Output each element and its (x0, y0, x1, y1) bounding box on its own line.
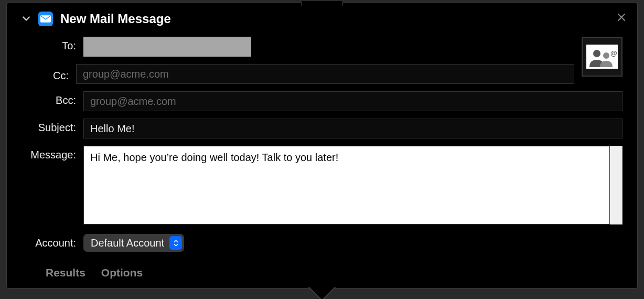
label-to: To: (22, 37, 83, 52)
form: To: Cc: (7, 31, 637, 252)
mail-app-icon (38, 12, 53, 26)
chevron-down-icon (23, 15, 30, 23)
footer: Results Options (7, 259, 637, 286)
label-bcc: Bcc: (22, 91, 83, 106)
bcc-input[interactable] (83, 91, 622, 111)
panel-title: New Mail Message (60, 12, 171, 26)
address-book-button[interactable]: @ (582, 37, 622, 77)
close-icon (617, 13, 626, 22)
panel-header: New Mail Message (7, 3, 637, 31)
connector-top (301, 1, 343, 6)
cc-input[interactable] (76, 64, 574, 84)
label-message: Message: (22, 146, 83, 161)
to-input[interactable] (83, 37, 230, 57)
row-message: Message: (22, 146, 622, 225)
disclose-toggle[interactable] (22, 14, 31, 24)
close-button[interactable] (617, 13, 626, 23)
select-stepper-icon (169, 236, 182, 250)
subject-input[interactable] (83, 119, 622, 138)
label-cc: Cc: (14, 67, 76, 82)
to-field-wrap (83, 37, 574, 57)
account-selected: Default Account (91, 237, 169, 249)
row-bcc: Bcc: (22, 91, 622, 111)
message-textarea[interactable] (83, 146, 610, 225)
message-scrollbar[interactable] (610, 146, 622, 225)
connector-bottom (309, 287, 335, 299)
action-panel: New Mail Message To: Cc: (6, 3, 638, 289)
svg-point-1 (593, 50, 600, 57)
results-tab[interactable]: Results (46, 266, 85, 279)
label-subject: Subject: (22, 119, 83, 134)
row-subject: Subject: (22, 119, 622, 138)
row-account: Account: Default Account (22, 234, 622, 252)
address-book-icon: @ (586, 45, 618, 69)
label-account: Account: (22, 234, 83, 249)
svg-point-2 (603, 52, 609, 59)
options-tab[interactable]: Options (101, 266, 143, 279)
svg-text:@: @ (610, 49, 617, 57)
row-to-cc: To: Cc: (22, 37, 622, 84)
account-select[interactable]: Default Account (83, 234, 184, 252)
